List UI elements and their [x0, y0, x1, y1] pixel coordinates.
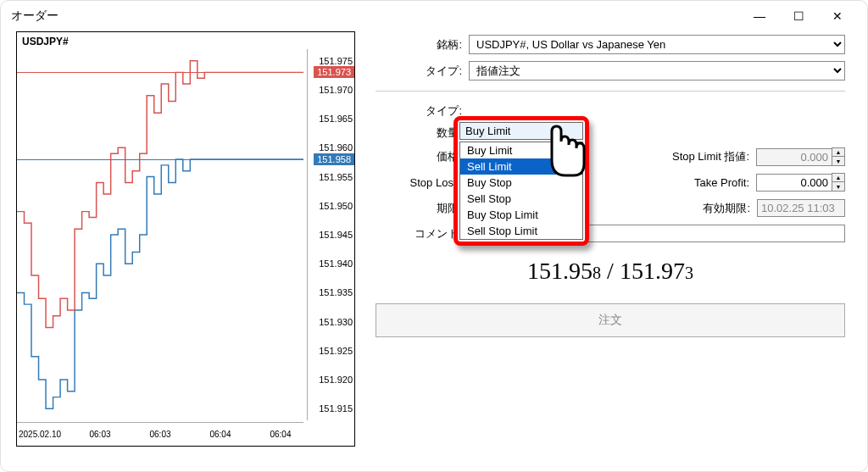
ask-line — [17, 72, 303, 73]
expiry-date-input[interactable] — [757, 199, 845, 217]
dropdown-list: Buy LimitSell LimitBuy StopSell StopBuy … — [459, 142, 583, 240]
order-form: 銘柄: USDJPY#, US Dollar vs Japanese Yen タ… — [355, 31, 852, 447]
spinner-down-icon[interactable]: ▼ — [832, 182, 844, 191]
symbol-select[interactable]: USDJPY#, US Dollar vs Japanese Yen — [469, 35, 845, 54]
dropdown-option[interactable]: Buy Stop — [460, 175, 582, 191]
x-tick-label: 2025.02.10 — [19, 430, 61, 439]
symbol-label: 銘柄: — [376, 37, 469, 53]
window-controls: ― ☐ ✕ — [740, 3, 857, 29]
stoplimit-label: Stop Limit 指値: — [654, 149, 756, 164]
maximize-button[interactable]: ☐ — [779, 3, 818, 29]
y-tick-label: 151.940 — [319, 258, 353, 269]
expiry-date-label: 有効期限: — [655, 201, 757, 216]
submit-order-button[interactable]: 注文 — [376, 303, 845, 337]
stoplimit-input[interactable] — [756, 148, 832, 166]
minimize-button[interactable]: ― — [740, 3, 779, 29]
y-tick-label: 151.920 — [319, 375, 353, 385]
chart-svg — [17, 49, 303, 420]
x-tick-label: 06:04 — [209, 430, 231, 439]
chart-x-axis: 2025.02.1006:0306:0306:0406:04 — [17, 422, 303, 446]
order-window: オーダー ― ☐ ✕ USDJPY# 151.973 151.958 151.9… — [0, 0, 868, 472]
quote-bid-main: 151.95 — [527, 258, 593, 284]
bid-price-tag: 151.958 — [314, 153, 354, 165]
dropdown-selected-display[interactable]: Buy Limit — [459, 122, 583, 140]
spinner-up-icon[interactable]: ▲ — [832, 174, 844, 182]
spinner-down-icon[interactable]: ▼ — [832, 157, 844, 165]
y-tick-label: 151.945 — [319, 230, 353, 240]
takeprofit-spinner[interactable]: ▲▼ — [832, 173, 845, 192]
y-tick-label: 151.925 — [319, 346, 353, 356]
x-tick-label: 06:04 — [270, 430, 291, 439]
spinner-up-icon[interactable]: ▲ — [832, 148, 844, 157]
chart-y-axis: 151.973 151.958 151.975151.970151.965151… — [307, 49, 354, 420]
titlebar: オーダー ― ☐ ✕ — [1, 1, 867, 31]
y-tick-label: 151.960 — [319, 142, 353, 153]
close-button[interactable]: ✕ — [818, 3, 857, 29]
pending-type-dropdown-open[interactable]: Buy Limit Buy LimitSell LimitBuy StopSel… — [453, 116, 589, 246]
y-tick-label: 151.935 — [319, 287, 353, 297]
price-chart[interactable]: USDJPY# 151.973 151.958 151.975151.97015… — [16, 31, 355, 447]
y-tick-label: 151.975 — [319, 56, 353, 66]
order-type-select[interactable]: 指値注文 — [469, 61, 845, 81]
window-title: オーダー — [11, 8, 740, 24]
quote-ask-main: 151.97 — [620, 258, 685, 284]
chart-plot-area — [17, 49, 303, 420]
y-tick-label: 151.955 — [319, 172, 353, 182]
dropdown-option[interactable]: Sell Stop — [460, 191, 582, 207]
ask-price-tag: 151.973 — [314, 66, 354, 78]
chart-series-bid — [17, 159, 303, 408]
y-tick-label: 151.970 — [319, 85, 353, 95]
content-area: USDJPY# 151.973 151.958 151.975151.97015… — [1, 31, 867, 462]
stoplimit-spinner[interactable]: ▲▼ — [832, 147, 845, 166]
y-tick-label: 151.930 — [319, 317, 353, 327]
bid-line — [17, 159, 303, 160]
quote-ask-sub: 3 — [685, 264, 693, 282]
y-tick-label: 151.950 — [319, 201, 353, 211]
takeprofit-input[interactable] — [756, 174, 832, 192]
x-tick-label: 06:03 — [90, 430, 111, 439]
dropdown-option[interactable]: Sell Stop Limit — [460, 223, 582, 239]
separator — [376, 91, 845, 92]
order-type-label: タイプ: — [376, 64, 469, 79]
pending-type-label: タイプ: — [376, 103, 469, 119]
dropdown-option[interactable]: Sell Limit — [460, 158, 582, 175]
quote-bid-sub: 8 — [593, 264, 601, 282]
y-tick-label: 151.915 — [319, 403, 353, 414]
y-tick-label: 151.965 — [319, 114, 353, 124]
x-tick-label: 06:03 — [149, 430, 170, 439]
takeprofit-label: Take Profit: — [654, 176, 756, 189]
dropdown-option[interactable]: Buy Stop Limit — [460, 207, 582, 223]
chart-symbol-label: USDJPY# — [22, 36, 69, 47]
quote-sep: / — [601, 258, 620, 284]
quote-display: 151.958 / 151.973 — [376, 258, 845, 285]
dropdown-option[interactable]: Buy Limit — [460, 142, 582, 158]
